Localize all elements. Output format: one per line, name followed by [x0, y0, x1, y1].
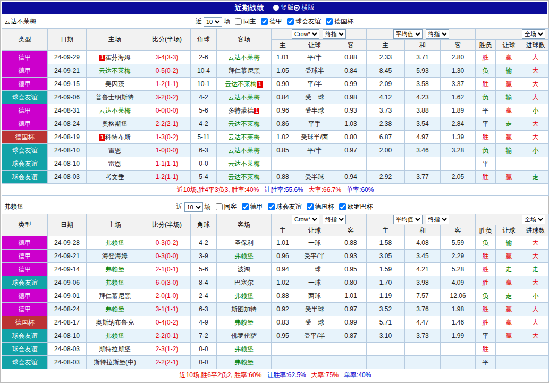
away-team-cell: 云达不莱梅 [217, 117, 272, 131]
league-filter-checkbox[interactable] [261, 18, 268, 25]
europe-odds-stage-select[interactable]: 终指 [426, 29, 449, 39]
europe-odds-source-select[interactable]: 平均值 [393, 29, 423, 39]
match-count-select[interactable]: 10 [184, 202, 203, 212]
sub-col-header: 胜负 [476, 40, 496, 51]
europe-odds-source-select[interactable]: 平均值 [393, 215, 423, 224]
asian-home-odds-cell: 0.95 [272, 329, 294, 343]
score-cell: 1-3(0-2) [143, 131, 191, 144]
team-name: 云达不莱梅 [225, 80, 257, 88]
goals-result-cell: 小 [522, 144, 549, 157]
europe-away-odds-cell [441, 157, 476, 171]
asian-away-odds-cell: 0.84 [335, 64, 367, 78]
bookmaker-select[interactable]: Crow* [292, 215, 319, 224]
team-name: 弗赖堡 [234, 345, 254, 353]
same-venue-filter[interactable]: 同客 [216, 202, 237, 211]
summary-stat: 单率:60% [347, 186, 374, 193]
date-cell: 24-09-06 [48, 91, 87, 104]
league-type-cell: 德甲 [2, 236, 48, 250]
goals-result-cell: 大 [522, 276, 549, 289]
league-filter-checkbox[interactable] [307, 203, 314, 210]
league-filter-checkbox[interactable] [268, 203, 275, 210]
europe-draw-odds-cell: 4.21 [405, 263, 441, 276]
handicap-result-cell [496, 157, 522, 171]
asian-away-odds-cell: 0.94 [335, 171, 367, 184]
handicap-line-cell: 两球 [294, 289, 335, 303]
match-count-select[interactable]: 10 [204, 17, 222, 27]
league-type-cell: 球会友谊 [2, 144, 48, 157]
outcome-cell: 平 [476, 104, 496, 117]
europe-draw-odds-cell: 3.58 [405, 78, 441, 91]
result-group-header: 全场 [476, 214, 549, 225]
league-type-cell: 德甲 [2, 51, 48, 64]
league-filter-checkbox[interactable] [242, 203, 249, 210]
europe-draw-odds-cell: 4.08 [405, 236, 441, 250]
same-venue-filter-checkbox[interactable] [216, 203, 223, 210]
europe-home-odds-cell: 8.45 [367, 64, 405, 78]
league-filter-label: 德国杯 [334, 17, 353, 26]
league-filter-checkbox[interactable] [326, 18, 333, 25]
team-name: 多特蒙德 [228, 107, 254, 114]
team-name: 奥斯纳布鲁克 [96, 319, 134, 326]
league-filter[interactable]: 德甲 [261, 17, 282, 26]
asian-odds-stage-select[interactable]: 终指 [323, 29, 346, 39]
team-name: 弗赖堡 [234, 359, 254, 366]
asian-away-odds-cell: 0.80 [335, 276, 367, 289]
sub-col-header: 让球 [294, 40, 335, 51]
match-row: 德甲24-09-21海登海姆0-3(0-0)3-9弗赖堡0.96受平/半0.93… [2, 250, 549, 263]
league-filter[interactable]: 德国杯 [326, 17, 353, 26]
league-filter[interactable]: 欧罗巴杯 [339, 202, 373, 211]
period-select[interactable]: 全场 [522, 29, 545, 39]
league-filter[interactable]: 球会友谊 [268, 202, 302, 211]
goals-result-cell: 大 [522, 250, 549, 263]
europe-away-odds-cell: 1.89 [441, 104, 476, 117]
same-venue-filter[interactable]: 同主 [235, 17, 256, 26]
league-filter-checkbox[interactable] [287, 18, 294, 25]
score-cell: 6-0(3-0) [143, 276, 191, 289]
view-option-label: 横版 [302, 3, 315, 12]
asian-home-odds-cell: 0.96 [272, 104, 294, 117]
asian-odds-stage-select[interactable]: 终指 [323, 215, 346, 224]
results-table: 类型日期主场比分(半场)角球客场Crow*终指平均值终指全场主让球客主和客胜负让… [2, 214, 549, 381]
view-option[interactable]: 横版 [294, 3, 315, 12]
league-filter[interactable]: 球会友谊 [287, 17, 321, 26]
period-select[interactable]: 全场 [522, 215, 545, 224]
europe-away-odds-cell: 2.80 [441, 51, 476, 64]
goals-result-cell: 大 [522, 117, 549, 131]
date-cell: 24-08-03 [48, 343, 87, 356]
same-venue-filter-checkbox[interactable] [235, 18, 242, 25]
europe-odds-stage-select[interactable]: 终指 [426, 215, 449, 224]
handicap-result-cell: 赢 [496, 51, 522, 64]
league-filter[interactable]: 德国杯 [307, 202, 334, 211]
league-type-cell: 德甲 [2, 263, 48, 276]
score-cell: 0-5(0-2) [143, 64, 191, 78]
corners-cell: 0-0 [191, 343, 217, 356]
europe-odds-group-header: 平均值终指 [367, 29, 476, 40]
corners-cell: 4-2 [191, 117, 217, 131]
league-filter-label: 德甲 [250, 202, 263, 211]
asian-away-odds-cell: 0.95 [335, 263, 367, 276]
league-filter-label: 德国杯 [315, 202, 334, 211]
away-team-cell: 佛罗伦萨 [217, 329, 272, 343]
handicap-line-cell: 平/半 [294, 78, 335, 91]
europe-away-odds-cell: 2.05 [441, 171, 476, 184]
home-team-cell: 云达不莱梅 [87, 64, 143, 78]
view-option[interactable]: 竖版 [273, 3, 294, 12]
corners-cell: 5-6 [191, 263, 217, 276]
home-team-cell: 1霍芬海姆 [87, 51, 143, 64]
sub-col-header: 客 [335, 225, 367, 236]
score-cell: 2-3(1-2) [143, 343, 191, 356]
league-filter[interactable]: 德甲 [242, 202, 263, 211]
europe-draw-odds-cell: 3.73 [405, 329, 441, 343]
europe-home-odds-cell [367, 356, 405, 369]
team-name: 云达不莱梅 [228, 93, 260, 101]
away-team-cell: 云达不莱梅 [217, 51, 272, 64]
europe-home-odds-cell: 2.00 [367, 144, 405, 157]
red-card-badge: 1 [99, 55, 105, 61]
handicap-line-cell: 平手 [294, 117, 335, 131]
match-row: 德甲24-09-14弗赖堡2-1(0-1)5-6波鸿0.94一球0.951.59… [2, 263, 549, 276]
league-filter-checkbox[interactable] [339, 203, 346, 210]
europe-away-odds-cell: 2.84 [441, 117, 476, 131]
away-team-cell: 云达不莱梅1 [217, 78, 272, 91]
bookmaker-select[interactable]: Crow* [292, 29, 319, 39]
europe-away-odds-cell: 1.62 [441, 91, 476, 104]
